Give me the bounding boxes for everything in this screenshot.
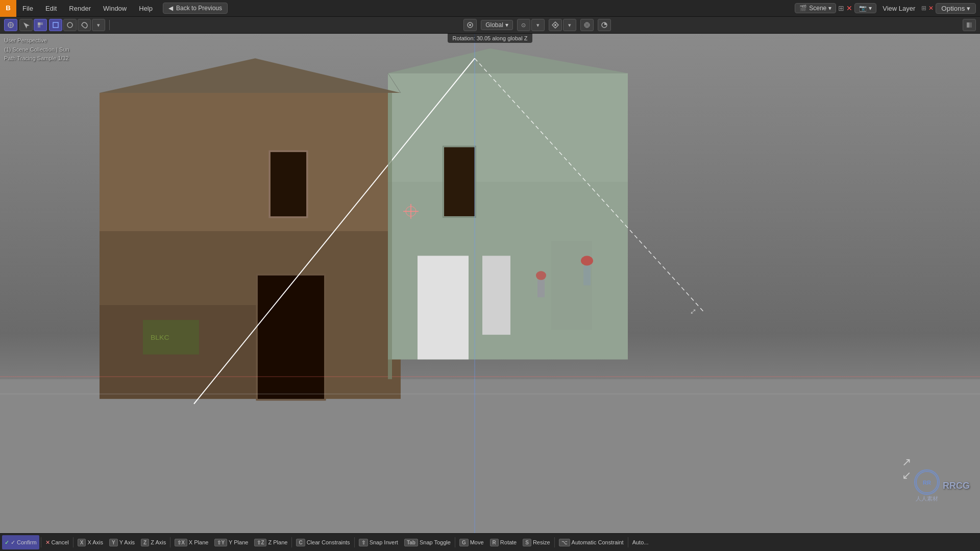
window-icon1: ⊞ xyxy=(838,4,844,12)
auto-more-button[interactable]: Auto... xyxy=(630,535,651,549)
svg-rect-5 xyxy=(38,22,40,25)
z-axis-button[interactable]: Z Z Axis xyxy=(138,535,168,549)
mode-group xyxy=(19,19,47,31)
bottom-sep4 xyxy=(291,537,292,547)
object-mode-btn[interactable] xyxy=(34,19,47,31)
svg-point-11 xyxy=(469,24,471,26)
resize-button[interactable]: S Resize xyxy=(520,535,552,549)
bottom-sep2 xyxy=(73,537,74,547)
y-plane-button[interactable]: ⇧Y Y Plane xyxy=(212,535,251,549)
snap-dropdown-btn[interactable]: ▾ xyxy=(563,19,576,31)
menu-window[interactable]: Window xyxy=(97,0,133,16)
proportional-connected-btn[interactable] xyxy=(580,19,594,31)
blender-logo: B xyxy=(0,0,16,17)
z-plane-button[interactable]: ⇧Z Z Plane xyxy=(252,535,290,549)
scene-dropdown-icon: ▾ xyxy=(828,5,831,12)
y-axis-button[interactable]: Y Y Axis xyxy=(107,535,137,549)
svg-point-9 xyxy=(67,22,72,28)
options-button[interactable]: Options ▾ xyxy=(936,3,976,14)
menu-edit[interactable]: Edit xyxy=(39,0,63,16)
render-engine-selector[interactable]: 📷 ▾ xyxy=(854,3,876,13)
move-button[interactable]: G Move xyxy=(457,535,486,549)
bottom-sep7 xyxy=(554,537,555,547)
confirm-button[interactable]: ✓ ✓ Confirm xyxy=(2,535,39,549)
scene-icon: 🎬 xyxy=(799,5,807,12)
clear-constraints-button[interactable]: C Clear Constraints xyxy=(293,535,352,549)
select-mode-btn[interactable] xyxy=(19,19,33,31)
pivot-btn[interactable]: ⊙ xyxy=(517,19,530,31)
bottom-sep8 xyxy=(628,537,628,547)
snap-toggle-button[interactable]: Tab Snap Toggle xyxy=(402,535,453,549)
svg-point-12 xyxy=(554,24,556,26)
svg-rect-7 xyxy=(38,25,40,28)
menu-items: File Edit Render Window Help xyxy=(16,0,159,16)
proportional-editing-btn[interactable] xyxy=(463,19,477,31)
view-layer-add-icon[interactable]: ⊞ xyxy=(921,5,926,12)
x-axis-button[interactable]: X X Axis xyxy=(75,535,106,549)
back-arrow-icon: ◀ xyxy=(168,5,173,12)
top-menu-right: 🎬 Scene ▾ ⊞ ✕ 📷 ▾ View Layer ⊞ ✕ Options… xyxy=(795,3,980,14)
editor-toolbar: ▾ Global ▾ ⊙ ▾ ▾ xyxy=(0,17,980,34)
view-layer-close-icon[interactable]: ✕ xyxy=(928,5,934,12)
confirm-check-icon: ✓ xyxy=(5,539,9,546)
editor-type-btn[interactable] xyxy=(4,19,17,31)
transform-pivot-group: ⊙ ▾ xyxy=(517,19,545,31)
svg-rect-17 xyxy=(967,22,969,28)
scene-selector[interactable]: 🎬 Scene ▾ xyxy=(795,3,836,13)
overlay-btn[interactable] xyxy=(598,19,611,31)
svg-rect-18 xyxy=(969,22,972,28)
dropdown-arrow: ▾ xyxy=(505,21,508,29)
scene-background xyxy=(0,34,980,533)
top-menu-bar: B File Edit Render Window Help ◀ Back to… xyxy=(0,0,980,17)
x-plane-button[interactable]: ⇧X X Plane xyxy=(172,535,211,549)
snap-invert-button[interactable]: ⇧ Snap Invert xyxy=(356,535,401,549)
rotate-button[interactable]: R Rotate xyxy=(487,535,520,549)
snap-btn[interactable] xyxy=(549,19,562,31)
box-select-btn[interactable] xyxy=(49,19,62,31)
menu-file[interactable]: File xyxy=(16,0,39,16)
lasso-select-btn[interactable] xyxy=(78,19,91,31)
circle-select-btn[interactable] xyxy=(63,19,77,31)
bottom-toolbar: ✓ ✓ Confirm ✕ Cancel X X Axis Y Y Axis Z… xyxy=(0,533,980,551)
menu-render[interactable]: Render xyxy=(63,0,97,16)
snapping-group: ▾ xyxy=(549,19,576,31)
view-layer-label: View Layer xyxy=(878,4,919,13)
svg-text:B: B xyxy=(6,4,11,12)
pivot-dropdown-btn[interactable]: ▾ xyxy=(531,19,545,31)
svg-rect-8 xyxy=(53,22,58,28)
editor-type-group xyxy=(4,19,17,31)
transform-orientation-dropdown[interactable]: Global ▾ xyxy=(481,20,513,30)
bottom-sep5 xyxy=(354,537,355,547)
cancel-button[interactable]: ✕ Cancel xyxy=(43,535,71,549)
window-close-icon[interactable]: ✕ xyxy=(846,4,852,12)
select-group: ▾ xyxy=(49,19,105,31)
bottom-sep1 xyxy=(41,537,41,547)
render-icon: 📷 xyxy=(859,5,867,12)
xray-btn[interactable] xyxy=(963,19,976,31)
menu-help[interactable]: Help xyxy=(133,0,159,16)
bottom-sep6 xyxy=(455,537,455,547)
select-more-btn[interactable]: ▾ xyxy=(92,19,105,31)
back-to-previous-button[interactable]: ◀ Back to Previous xyxy=(163,3,228,14)
viewport-3d[interactable]: BLKC ↔ Rotation: 30.05 along global xyxy=(0,34,980,533)
svg-rect-6 xyxy=(40,22,43,25)
bottom-sep3 xyxy=(170,537,170,547)
auto-constraint-button[interactable]: ⌥ Automatic Constraint xyxy=(556,535,626,549)
svg-point-15 xyxy=(586,24,587,26)
toolbar-sep1 xyxy=(109,20,110,30)
cancel-icon: ✕ xyxy=(45,539,50,546)
